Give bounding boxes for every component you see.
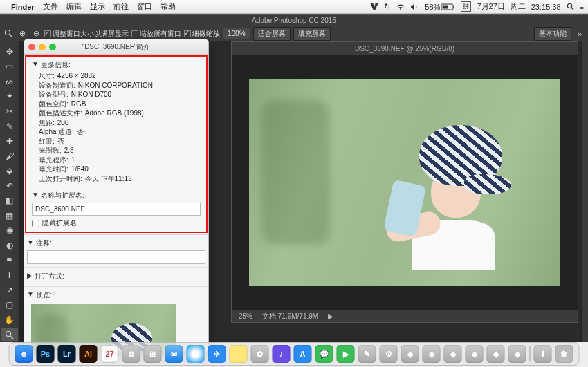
dock-lightroom[interactable]: Lr <box>58 345 76 363</box>
dock-finder[interactable]: ☻ <box>15 345 33 363</box>
dock-facetime[interactable]: ▶ <box>337 345 355 363</box>
photoshop-titlebar: Adobe Photoshop CC 2015 <box>0 14 588 26</box>
status-input-source[interactable]: 拼 <box>461 1 471 12</box>
document-tab[interactable]: DSC_3690.NEF @ 25%(RGB/8) <box>232 42 578 56</box>
status-date[interactable]: 7月27日 <box>477 1 504 12</box>
hide-extension-checkbox[interactable]: 隐藏扩展名 <box>32 218 201 228</box>
dock-app3[interactable]: ◆ <box>444 345 462 363</box>
workspace-switcher[interactable]: 基本功能 <box>534 27 571 41</box>
tool-move[interactable]: ✥ <box>1 45 18 59</box>
section-name-ext[interactable]: ▼名称与扩展名: <box>32 191 201 200</box>
tool-crop[interactable]: ✂ <box>1 104 18 118</box>
menu-go[interactable]: 前往 <box>113 1 129 12</box>
opt-resize-window[interactable]: 调整窗口大小以满屏显示 <box>44 29 129 39</box>
dock-mail[interactable]: ✉ <box>165 345 183 363</box>
tool-type[interactable]: T <box>1 268 18 282</box>
status-volume-icon[interactable] <box>411 3 419 10</box>
zoom-out-icon[interactable]: ⊖ <box>30 28 42 39</box>
section-more-info[interactable]: ▼更多信息: <box>32 60 201 70</box>
row-redeye: 红眼:否 <box>39 137 201 147</box>
app-menu[interactable]: Finder <box>11 3 35 11</box>
tool-lasso[interactable]: ᔕ <box>1 75 18 88</box>
opt-zoom-all[interactable]: 缩放所有窗口 <box>131 29 181 39</box>
zoom-tool-icon[interactable] <box>3 28 14 39</box>
menu-window[interactable]: 窗口 <box>137 1 152 12</box>
tool-heal[interactable]: ✚ <box>1 134 18 148</box>
tool-dodge[interactable]: ◐ <box>1 238 18 252</box>
tool-pen[interactable]: ✒ <box>1 254 18 267</box>
dock-maps[interactable]: ✈ <box>208 345 226 363</box>
dock-photos[interactable]: ✿ <box>251 345 269 363</box>
filename-field[interactable]: DSC_3690.NEF <box>32 203 201 216</box>
dock-app4[interactable]: ◆ <box>466 345 484 363</box>
zoom-100-button[interactable]: 100% <box>223 28 250 39</box>
tool-eyedropper[interactable]: ✎ <box>1 120 18 133</box>
row-last-opened: 上次打开时间:今天 下午11:13 <box>39 174 201 184</box>
tool-gradient[interactable]: ▦ <box>1 209 18 223</box>
opt-scrubby-zoom[interactable]: 细微缩放 <box>184 29 220 39</box>
section-comments[interactable]: ▼注释: <box>27 238 205 248</box>
section-preview[interactable]: ▼预览: <box>27 290 205 300</box>
dock-pages[interactable]: ✎ <box>358 345 376 363</box>
tool-blur[interactable]: ◉ <box>1 224 18 238</box>
status-arrow-icon[interactable]: ▶ <box>328 312 333 320</box>
dock-itunes[interactable]: ♪ <box>273 345 291 363</box>
dock-app6[interactable]: ◆ <box>508 345 526 363</box>
macos-menubar: Finder 文件 编辑 显示 前往 窗口 帮助 ↻ 58% 拼 7月27日 周… <box>0 0 588 14</box>
dock-stack[interactable]: ⧉ <box>122 345 140 363</box>
menu-view[interactable]: 显示 <box>90 1 105 12</box>
document-status-bar: 25% 文档:71.9M/71.9M ▶ <box>232 310 578 322</box>
section-open-with[interactable]: ▶打开方式: <box>27 272 205 281</box>
spotlight-icon[interactable] <box>567 3 574 10</box>
highlight-box: ▼更多信息: 尺寸:4256 × 2832 设备制造商:NIKON CORPOR… <box>25 55 208 233</box>
menu-help[interactable]: 帮助 <box>160 1 176 12</box>
status-wifi-icon[interactable] <box>396 3 405 10</box>
info-titlebar[interactable]: "DSC_3690.NEF"简介 <box>24 39 208 55</box>
dock-notes[interactable] <box>230 345 248 363</box>
photoshop-title: Adobe Photoshop CC 2015 <box>252 17 336 24</box>
dock-messages[interactable]: 💬 <box>315 345 333 363</box>
tool-history[interactable]: ↶ <box>1 179 18 193</box>
tool-zoom[interactable] <box>1 328 18 341</box>
status-battery[interactable]: 58% <box>425 3 455 11</box>
finder-info-window: "DSC_3690.NEF"简介 ▼更多信息: 尺寸:4256 × 2832 设… <box>24 39 209 352</box>
dock-calendar[interactable]: 27 <box>101 345 119 363</box>
photoshop-right-panel-collapsed[interactable] <box>581 41 588 342</box>
status-sync-icon[interactable]: ↻ <box>384 2 390 11</box>
tool-shape[interactable]: ▢ <box>1 298 18 312</box>
status-time[interactable]: 23:15:38 <box>531 3 561 11</box>
fit-screen-button[interactable]: 适合屏幕 <box>253 27 291 41</box>
dock-separator <box>530 346 531 361</box>
dock-appstore[interactable]: A <box>294 345 312 363</box>
dock-preferences[interactable]: ⚙ <box>380 345 398 363</box>
dock-illustrator[interactable]: Ai <box>80 345 98 363</box>
dock-safari[interactable] <box>187 345 205 363</box>
comments-field[interactable] <box>27 250 205 264</box>
dock-app2[interactable]: ◆ <box>423 345 441 363</box>
tool-wand[interactable]: ✦ <box>1 90 18 104</box>
tool-marquee[interactable]: ▭ <box>1 60 18 74</box>
zoom-level[interactable]: 25% <box>239 312 252 320</box>
row-maker: 设备制造商:NIKON CORPORATION <box>39 81 201 91</box>
menu-file[interactable]: 文件 <box>43 1 58 12</box>
tool-path[interactable]: ↗ <box>1 283 18 297</box>
dock-app[interactable]: ◆ <box>401 345 419 363</box>
tool-hand[interactable]: ✋ <box>1 313 18 327</box>
dock-launchpad[interactable]: ⊞ <box>144 345 162 363</box>
row-focal: 焦距:200 <box>39 118 201 128</box>
tool-stamp[interactable]: ⬙ <box>1 164 18 178</box>
panel-toggle-icon[interactable]: » <box>574 28 585 39</box>
status-adobe-icon[interactable] <box>370 3 378 10</box>
dock-downloads[interactable]: ⬇ <box>534 345 552 363</box>
dock-app5[interactable]: ◆ <box>487 345 505 363</box>
dock-trash[interactable]: 🗑 <box>555 345 573 363</box>
doc-filesize[interactable]: 文档:71.9M/71.9M <box>262 312 318 321</box>
zoom-in-icon[interactable]: ⊕ <box>17 28 28 39</box>
notification-center-icon[interactable]: ≡ <box>580 3 584 11</box>
tool-brush[interactable]: 🖌 <box>1 149 18 163</box>
document-canvas[interactable] <box>232 56 578 310</box>
menu-edit[interactable]: 编辑 <box>66 1 82 12</box>
dock-photoshop[interactable]: Ps <box>37 345 55 363</box>
fill-screen-button[interactable]: 填充屏幕 <box>293 27 331 41</box>
tool-eraser[interactable]: ◧ <box>1 194 18 207</box>
